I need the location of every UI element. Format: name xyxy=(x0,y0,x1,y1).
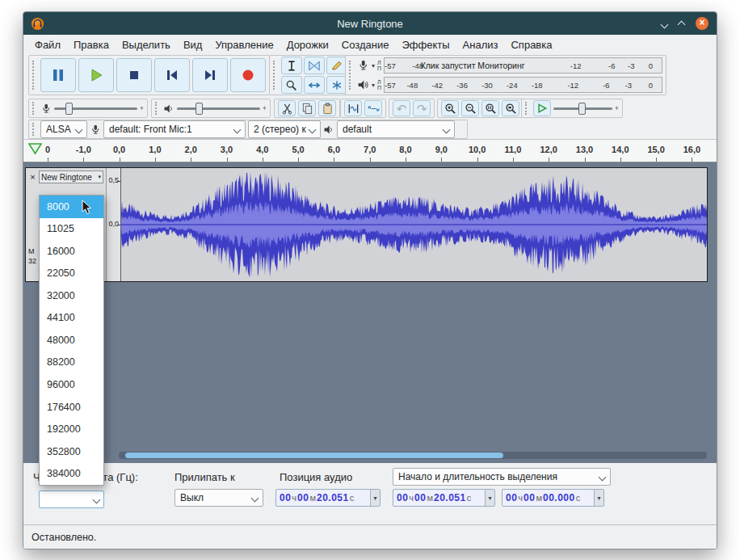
menu-item[interactable]: Управление xyxy=(208,37,280,53)
audio-position-field[interactable]: 00ч 00м 20.051с ▾ xyxy=(275,489,381,507)
silence-audio-button[interactable] xyxy=(364,100,382,116)
record-volume-slider[interactable] xyxy=(54,107,137,110)
status-bar: Остановлено. xyxy=(23,524,717,549)
rate-option[interactable]: 22050 xyxy=(40,263,103,285)
ruler-tick-label: 2,0 xyxy=(185,145,197,154)
rate-option[interactable]: 384000 xyxy=(40,462,103,485)
minimize-button[interactable] xyxy=(662,18,667,30)
titlebar[interactable]: New Ringtone × xyxy=(23,12,717,35)
rate-option[interactable]: 352800 xyxy=(40,440,103,463)
zoom-tool-button[interactable] xyxy=(281,76,302,94)
rate-option[interactable]: 8000 xyxy=(40,196,103,218)
playback-meter[interactable]: ▾ ЛП -57-48-42-36-30-24-18-12-6-30 xyxy=(357,76,662,94)
menu-item[interactable]: Анализ xyxy=(456,37,505,53)
menubar: ФайлПравкаВыделитьВидУправлениеДорожкиСо… xyxy=(23,35,717,54)
waveform-region[interactable] xyxy=(121,168,707,281)
menu-item[interactable]: Файл xyxy=(28,37,67,53)
copy-button[interactable] xyxy=(298,100,316,116)
toolbar-grip[interactable] xyxy=(155,102,158,115)
track-name-button[interactable]: New Ringtone ▾ xyxy=(39,171,103,183)
audio-host-select[interactable]: ALSA xyxy=(40,120,87,138)
play-meter-bar[interactable]: -57-48-42-36-30-24-18-12-6-30 xyxy=(384,77,662,93)
selection-length-field[interactable]: 00ч 00м 00.000с ▾ xyxy=(502,489,604,507)
playback-device-select[interactable]: default xyxy=(337,120,455,138)
timeshift-tool-button[interactable] xyxy=(304,76,325,94)
pause-button[interactable] xyxy=(40,58,76,92)
toolbar-grip[interactable] xyxy=(32,123,36,136)
edit-toolbar-zoom xyxy=(437,99,523,118)
playback-volume-slider[interactable] xyxy=(177,107,260,110)
selection-start-field[interactable]: 00ч 00м 20.051с ▾ xyxy=(393,489,495,507)
audio-track[interactable]: × New Ringtone ▾ М 32 0,5 0,0 xyxy=(25,167,708,282)
recording-meter[interactable]: ▾ ЛП Клик запустит Мониторинг -57-48-12-… xyxy=(357,57,662,74)
menu-item[interactable]: Создание xyxy=(335,37,396,53)
menu-item[interactable]: Эффекты xyxy=(395,37,456,53)
menu-item[interactable]: Дорожки xyxy=(280,37,335,53)
play-at-speed-button[interactable] xyxy=(533,100,551,116)
rate-option[interactable]: 48000 xyxy=(40,329,103,352)
timefield-dropdown-icon[interactable]: ▾ xyxy=(370,490,380,506)
menu-item[interactable]: Выделить xyxy=(116,37,177,53)
trim-audio-button[interactable] xyxy=(344,100,362,116)
zoom-fit-button[interactable] xyxy=(502,100,519,116)
rate-option[interactable]: 16000 xyxy=(40,240,103,263)
skip-to-end-button[interactable] xyxy=(192,58,228,92)
play-speed-slider[interactable] xyxy=(553,107,612,110)
playback-volume-thumb[interactable] xyxy=(196,103,203,115)
record-meter-bar[interactable]: Клик запустит Мониторинг -57-48-12-6-30 xyxy=(384,57,662,74)
rate-option[interactable]: 11025 xyxy=(40,218,103,241)
rate-option[interactable]: 88200 xyxy=(40,352,103,374)
paste-button[interactable] xyxy=(318,100,336,116)
recording-device-select[interactable]: default: Front Mic:1 xyxy=(103,120,246,138)
timefield-dropdown-icon[interactable]: ▾ xyxy=(594,490,603,506)
record-volume-thumb[interactable] xyxy=(65,103,73,115)
skip-to-start-button[interactable] xyxy=(154,58,190,92)
meter-scale-label: 0 xyxy=(649,81,653,90)
menu-item[interactable]: Правка xyxy=(67,37,116,53)
track-area[interactable]: × New Ringtone ▾ М 32 0,5 0,0 xyxy=(23,162,717,463)
timeline-pin-icon[interactable] xyxy=(28,143,42,155)
menu-item[interactable]: Справка xyxy=(504,37,558,53)
rate-option[interactable]: 32000 xyxy=(40,284,103,307)
timefield-dropdown-icon[interactable]: ▾ xyxy=(485,490,494,506)
stop-button[interactable] xyxy=(116,58,152,92)
cut-button[interactable] xyxy=(278,100,296,116)
rate-option[interactable]: 192000 xyxy=(40,418,103,440)
play-button[interactable] xyxy=(78,58,114,92)
rate-option[interactable]: 44100 xyxy=(40,307,103,330)
zoom-fit-icon xyxy=(505,103,517,115)
monitor-hint[interactable]: Клик запустит Мониторинг xyxy=(421,61,525,70)
zoom-out-button[interactable] xyxy=(461,100,479,116)
toolbar-grip[interactable] xyxy=(32,102,36,115)
meter-scale-label: -18 xyxy=(532,81,543,90)
track-close-icon[interactable]: × xyxy=(27,171,38,183)
mouse-cursor-icon xyxy=(82,200,92,215)
envelope-tool-button[interactable] xyxy=(304,57,325,74)
close-button[interactable]: × xyxy=(696,17,708,30)
rate-option[interactable]: 96000 xyxy=(40,373,103,396)
zoom-selection-button[interactable] xyxy=(481,100,499,116)
selection-tool-button[interactable] xyxy=(281,57,302,74)
maximize-button[interactable] xyxy=(679,18,684,30)
timeline-ruler[interactable]: 0-1,00,01,02,03,04,05,06,07,08,09,010,01… xyxy=(23,140,717,162)
menu-item[interactable]: Вид xyxy=(177,37,209,53)
vertical-scale-ruler[interactable]: 0,5 0,0 xyxy=(107,168,121,281)
project-rate-select[interactable] xyxy=(39,491,104,508)
snap-to-select[interactable]: Выкл xyxy=(174,489,263,507)
toolbar-grip[interactable] xyxy=(32,61,36,91)
selection-mode-select[interactable]: Начало и длительность выделения xyxy=(393,468,611,486)
rate-option[interactable]: 176400 xyxy=(40,396,103,419)
play-speed-thumb[interactable] xyxy=(578,103,586,115)
zoom-in-button[interactable] xyxy=(441,100,459,116)
redo-button[interactable]: ↷ xyxy=(413,100,431,116)
toolbar-grip[interactable] xyxy=(349,61,352,91)
toolbar-grip[interactable] xyxy=(525,102,528,115)
meter-dropdown-icon[interactable]: ▾ xyxy=(372,82,375,89)
undo-button[interactable]: ↶ xyxy=(393,100,410,116)
meter-dropdown-icon[interactable]: ▾ xyxy=(372,62,375,69)
horizontal-scrollbar[interactable] xyxy=(119,452,707,459)
toolbar-grip[interactable] xyxy=(273,61,276,91)
horizontal-scrollbar-thumb[interactable] xyxy=(125,453,503,458)
recording-channels-select[interactable]: 2 (стерео) к xyxy=(248,120,321,138)
record-button[interactable] xyxy=(230,58,266,92)
